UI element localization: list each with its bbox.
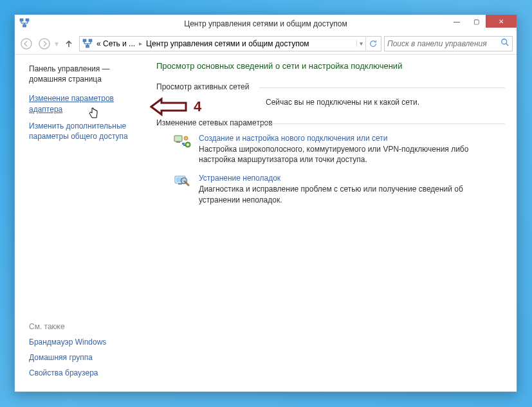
sidebar: Панель управления — домашняя страница Из… bbox=[15, 55, 150, 392]
setup-connection-icon bbox=[173, 134, 191, 148]
setup-connection-block: Создание и настройка нового подключения … bbox=[173, 134, 505, 165]
setup-connection-link[interactable]: Создание и настройка нового подключения … bbox=[199, 134, 505, 143]
svg-rect-5 bbox=[83, 39, 86, 42]
svg-point-4 bbox=[39, 39, 50, 49]
browser-properties-link[interactable]: Свойства браузера bbox=[29, 368, 142, 377]
homegroup-link[interactable]: Домашняя группа bbox=[29, 353, 142, 362]
svg-point-3 bbox=[21, 39, 32, 49]
page-heading: Просмотр основных сведений о сети и наст… bbox=[156, 61, 505, 71]
titlebar: Центр управления сетями и общим доступом… bbox=[15, 15, 517, 33]
svg-rect-0 bbox=[20, 19, 23, 21]
maximize-button[interactable]: ▢ bbox=[466, 15, 486, 28]
main-content: Просмотр основных сведений о сети и наст… bbox=[150, 55, 517, 392]
search-input[interactable] bbox=[387, 39, 500, 48]
control-panel-window: Центр управления сетями и общим доступом… bbox=[14, 14, 517, 392]
network-status-text: Сейчас вы не подключены ни к какой сети. bbox=[156, 98, 505, 107]
back-button[interactable] bbox=[19, 36, 34, 51]
svg-rect-6 bbox=[89, 39, 92, 42]
svg-point-11 bbox=[184, 136, 188, 140]
breadcrumb-segment[interactable]: « Сеть и ... bbox=[95, 39, 136, 48]
troubleshoot-block: Устранение неполадок Диагностика и испра… bbox=[173, 174, 505, 204]
history-dropdown-icon[interactable]: ▾ bbox=[55, 39, 59, 48]
see-also-heading: См. также bbox=[29, 322, 142, 331]
forward-button[interactable] bbox=[37, 36, 52, 51]
windows-firewall-link[interactable]: Брандмауэр Windows bbox=[29, 338, 142, 347]
up-button[interactable] bbox=[61, 36, 77, 51]
svg-rect-1 bbox=[26, 19, 29, 21]
active-networks-heading: Просмотр активных сетей bbox=[156, 82, 505, 93]
refresh-button[interactable] bbox=[365, 36, 380, 51]
network-center-icon bbox=[82, 39, 93, 49]
troubleshoot-icon bbox=[173, 174, 191, 188]
svg-rect-12 bbox=[182, 143, 185, 145]
network-center-icon bbox=[19, 18, 30, 28]
close-button[interactable]: ✕ bbox=[486, 15, 517, 28]
window-title: Центр управления сетями и общим доступом bbox=[184, 19, 347, 28]
chevron-right-icon[interactable]: ▸ bbox=[136, 40, 145, 47]
svg-point-8 bbox=[502, 39, 507, 44]
search-box[interactable] bbox=[384, 36, 513, 51]
svg-rect-10 bbox=[176, 141, 180, 143]
svg-rect-7 bbox=[86, 45, 89, 48]
setup-connection-desc: Настройка широкополосного, коммутируемог… bbox=[199, 144, 505, 165]
breadcrumb-segment[interactable]: Центр управления сетями и общим доступом bbox=[145, 39, 311, 48]
svg-rect-16 bbox=[178, 183, 182, 185]
svg-rect-2 bbox=[23, 24, 26, 27]
chevron-down-icon[interactable]: ▾ bbox=[356, 40, 365, 47]
svg-rect-9 bbox=[174, 136, 182, 141]
troubleshoot-link[interactable]: Устранение неполадок bbox=[199, 174, 505, 183]
minimize-button[interactable]: — bbox=[447, 15, 466, 28]
change-adapter-settings-link[interactable]: Изменение параметров адаптера bbox=[29, 93, 142, 114]
network-settings-heading: Изменение сетевых параметров bbox=[156, 118, 505, 129]
search-icon[interactable] bbox=[500, 38, 509, 49]
breadcrumb[interactable]: « Сеть и ... ▸ Центр управления сетями и… bbox=[79, 36, 381, 51]
troubleshoot-desc: Диагностика и исправление проблем с сеть… bbox=[199, 184, 505, 204]
body: Панель управления — домашняя страница Из… bbox=[15, 55, 517, 392]
window-controls: — ▢ ✕ bbox=[447, 15, 517, 28]
control-panel-home-link[interactable]: Панель управления — домашняя страница bbox=[29, 64, 142, 84]
navigation-bar: ▾ « Сеть и ... ▸ Центр управления сетями… bbox=[15, 33, 517, 55]
change-sharing-settings-link[interactable]: Изменить дополнительные параметры общего… bbox=[29, 121, 142, 141]
